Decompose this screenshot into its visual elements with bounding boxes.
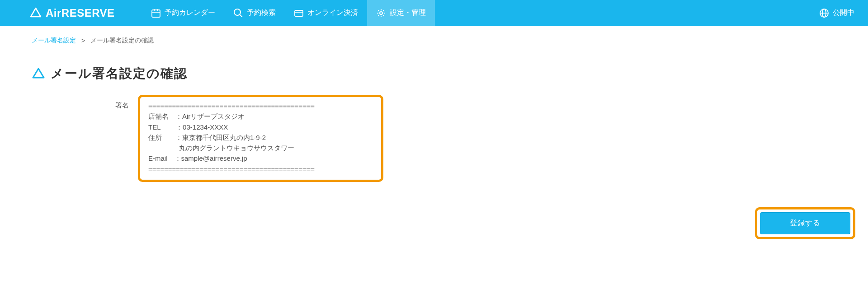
nav-label: 設定・管理 (390, 8, 426, 18)
signature-preview-box: ========================================… (138, 95, 383, 182)
signature-row: 署名 =====================================… (102, 95, 836, 182)
svg-point-8 (380, 12, 382, 14)
breadcrumb-separator: > (81, 37, 85, 44)
card-icon (294, 8, 304, 18)
triangle-icon (32, 67, 45, 80)
breadcrumb-link[interactable]: メール署名設定 (32, 37, 76, 45)
submit-button[interactable]: 登録する (760, 212, 850, 234)
calendar-icon (151, 8, 161, 18)
breadcrumb: メール署名設定 > メール署名設定の確認 (32, 37, 836, 45)
logo-icon (29, 7, 42, 19)
nav-settings[interactable]: 設定・管理 (367, 0, 435, 26)
globe-icon (819, 8, 829, 18)
logo[interactable]: AirRESERVE (29, 7, 115, 19)
logo-text: AirRESERVE (46, 7, 115, 19)
nav-payment[interactable]: オンライン決済 (285, 0, 367, 26)
gear-icon (376, 8, 386, 18)
search-icon (233, 8, 243, 18)
header: AirRESERVE 予約カレンダー 予約検索 (0, 0, 868, 26)
svg-line-5 (240, 14, 242, 17)
publish-status[interactable]: 公開中 (819, 8, 854, 18)
breadcrumb-current: メール署名設定の確認 (90, 37, 154, 45)
page-title-row: メール署名設定の確認 (32, 65, 836, 82)
status-text: 公開中 (833, 8, 854, 18)
nav-label: 予約カレンダー (165, 8, 215, 18)
nav-calendar[interactable]: 予約カレンダー (142, 0, 224, 26)
content: メール署名設定 > メール署名設定の確認 メール署名設定の確認 署名 =====… (0, 26, 868, 193)
svg-point-4 (234, 9, 241, 15)
nav: 予約カレンダー 予約検索 オンライン決済 (142, 0, 435, 26)
nav-label: 予約検索 (247, 8, 276, 18)
submit-highlight: 登録する (755, 207, 855, 239)
nav-label: オンライン決済 (307, 8, 358, 18)
svg-rect-6 (295, 10, 303, 16)
page-title: メール署名設定の確認 (51, 65, 188, 82)
signature-label: 署名 (102, 95, 129, 110)
nav-search[interactable]: 予約検索 (224, 0, 285, 26)
signature-content: ========================================… (148, 101, 373, 174)
svg-rect-0 (152, 10, 160, 17)
